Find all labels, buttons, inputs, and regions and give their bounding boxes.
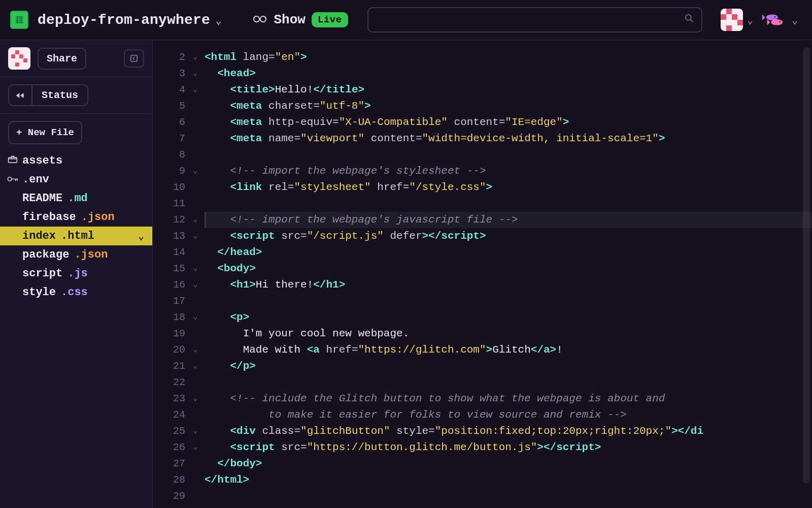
file-ext: .md xyxy=(67,192,88,205)
code-line[interactable] xyxy=(205,374,812,391)
chevron-down-icon: ⌄ xyxy=(215,14,222,27)
code-line[interactable]: <html lang="en"> xyxy=(205,49,812,66)
share-button[interactable]: Share xyxy=(38,48,86,70)
live-badge: Live xyxy=(312,12,348,27)
code-line[interactable] xyxy=(205,488,812,504)
file-item-env[interactable]: .env xyxy=(0,170,152,189)
main-area: Share Status + New File assets.envREA xyxy=(0,40,812,508)
new-file-button[interactable]: + New File xyxy=(8,121,82,144)
svg-rect-11 xyxy=(9,157,17,163)
file-name: .env xyxy=(22,173,49,186)
show-label: Show xyxy=(274,12,306,27)
app-header: deploy-from-anywhere ⌄ Show Live xyxy=(0,0,812,40)
code-line[interactable]: <meta http-equiv="X-UA-Compatible" conte… xyxy=(205,114,812,131)
project-name-label: deploy-from-anywhere xyxy=(38,12,210,28)
fold-gutter[interactable]: ⌄⌄⌄⌄⌄⌄⌄⌄⌄⌄⌄⌄⌄⌄ xyxy=(190,40,200,508)
file-name: package xyxy=(22,248,69,261)
svg-rect-10 xyxy=(131,55,137,61)
code-line[interactable]: </head> xyxy=(205,244,812,261)
file-ext: .json xyxy=(74,248,108,261)
status-pill: Status xyxy=(8,84,88,106)
sidebar-top: Share xyxy=(0,40,152,77)
collapse-sidebar-button[interactable] xyxy=(124,49,144,68)
chevron-down-icon[interactable]: ⌄ xyxy=(138,230,144,242)
chevron-down-icon: ⌄ xyxy=(792,14,798,26)
status-button[interactable]: Status xyxy=(32,85,87,105)
rewind-icon xyxy=(15,91,25,100)
code-line[interactable]: <h1>Hi there!</h1> xyxy=(205,277,812,293)
code-line[interactable]: <script src="https://button.glitch.me/bu… xyxy=(205,439,812,456)
file-ext: .js xyxy=(67,267,88,280)
file-item-script.js[interactable]: script.js xyxy=(0,264,152,283)
file-name: assets xyxy=(22,154,62,167)
collapse-icon xyxy=(130,55,138,62)
file-name: index xyxy=(22,230,56,242)
file-item-style.css[interactable]: style.css xyxy=(0,283,152,302)
code-line[interactable]: <meta charset="utf-8"> xyxy=(205,98,812,114)
chevron-down-icon: ⌄ xyxy=(747,14,753,26)
file-name: script xyxy=(22,267,62,280)
code-line[interactable]: <div class="glitchButton" style="positio… xyxy=(205,423,812,439)
file-item-package.json[interactable]: package.json xyxy=(0,245,152,264)
file-item-index.html[interactable]: index.html⌄ xyxy=(0,227,152,245)
svg-marker-5 xyxy=(762,14,765,20)
code-line[interactable]: </html> xyxy=(205,472,812,488)
file-ext: .css xyxy=(61,286,88,299)
code-line[interactable]: Made with <a href="https://glitch.com">G… xyxy=(205,342,812,358)
code-line[interactable]: <!-- import the webpage's javascript fil… xyxy=(205,212,812,228)
search-input[interactable] xyxy=(377,14,684,25)
code-line[interactable]: to make it easier for folks to view sour… xyxy=(205,407,812,423)
file-name: style xyxy=(22,286,56,299)
assets-icon xyxy=(7,154,18,167)
code-line[interactable]: <meta name="viewport" content="width=dev… xyxy=(205,131,812,147)
code-line[interactable]: </body> xyxy=(205,456,812,472)
code-line[interactable]: </p> xyxy=(205,358,812,374)
team-menu[interactable]: ⌄ xyxy=(762,11,798,29)
code-editor[interactable]: 2345678910111213141516171819202122232425… xyxy=(153,40,812,508)
code-line[interactable]: <head> xyxy=(205,66,812,82)
file-name: firebase xyxy=(22,211,76,224)
rewind-button[interactable] xyxy=(9,85,32,105)
code-line[interactable]: <body> xyxy=(205,261,812,277)
header-right: ⌄ ⌄ xyxy=(721,9,798,31)
user-avatar-icon xyxy=(721,9,743,31)
search-bar[interactable] xyxy=(367,7,702,33)
code-content[interactable]: <html lang="en"> <head> <title>Hello!</t… xyxy=(200,40,812,508)
key-icon xyxy=(7,173,18,186)
search-icon xyxy=(684,13,694,26)
code-line[interactable] xyxy=(205,196,812,212)
file-item-README.md[interactable]: README.md xyxy=(0,189,152,208)
project-name-dropdown[interactable]: deploy-from-anywhere ⌄ xyxy=(38,12,222,28)
code-line[interactable]: <link rel="stylesheet" href="/style.css"… xyxy=(205,179,812,196)
code-line[interactable]: <p> xyxy=(205,309,812,326)
files-panel: + New File assets.envREADME.mdfirebase.j… xyxy=(0,114,152,302)
code-line[interactable]: <title>Hello!</title> xyxy=(205,82,812,98)
user-menu[interactable]: ⌄ xyxy=(721,9,753,31)
status-row: Status xyxy=(0,77,152,114)
scrollbar-thumb[interactable] xyxy=(803,47,810,483)
sunglasses-icon xyxy=(252,13,268,27)
svg-point-6 xyxy=(771,19,783,25)
editor-scrollbar[interactable] xyxy=(803,47,810,501)
file-ext: .json xyxy=(81,211,115,224)
file-list: assets.envREADME.mdfirebase.jsonindex.ht… xyxy=(0,151,152,302)
glitch-logo-icon[interactable] xyxy=(10,11,28,29)
sidebar: Share Status + New File assets.envREA xyxy=(0,40,153,508)
svg-point-9 xyxy=(779,21,781,23)
file-ext: .html xyxy=(61,230,94,242)
code-line[interactable]: <script src="/script.js" defer></script> xyxy=(205,228,812,244)
code-line[interactable] xyxy=(205,147,812,163)
file-item-assets[interactable]: assets xyxy=(0,151,152,170)
code-line[interactable]: <!-- include the Glitch button to show w… xyxy=(205,391,812,407)
code-line[interactable]: I'm your cool new webpage. xyxy=(205,326,812,342)
line-number-gutter: 2345678910111213141516171819202122232425… xyxy=(153,40,190,508)
file-name: README xyxy=(22,192,62,205)
fish-icon xyxy=(762,11,788,29)
file-item-firebase.json[interactable]: firebase.json xyxy=(0,208,152,227)
show-toggle[interactable]: Show Live xyxy=(252,12,348,27)
svg-marker-7 xyxy=(767,19,770,25)
project-avatar-icon[interactable] xyxy=(8,47,30,70)
code-line[interactable]: <!-- import the webpage's stylesheet --> xyxy=(205,163,812,179)
code-line[interactable] xyxy=(205,293,812,309)
svg-point-8 xyxy=(774,16,776,18)
